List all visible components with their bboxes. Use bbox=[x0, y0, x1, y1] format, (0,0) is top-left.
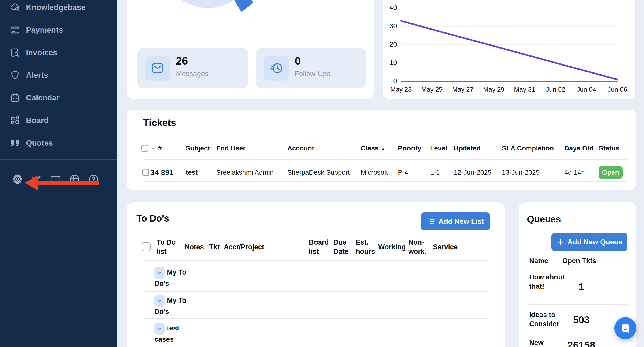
col-header-end-user[interactable]: End User bbox=[216, 144, 246, 152]
chat-bubble-icon bbox=[619, 322, 632, 335]
y-axis-tick: 40 bbox=[381, 4, 397, 11]
y-axis-tick: 20 bbox=[381, 40, 397, 48]
select-menu-chevron-icon[interactable] bbox=[150, 145, 156, 151]
ticket-class: Microsoft bbox=[361, 169, 388, 176]
col-header-number[interactable]: # bbox=[158, 144, 162, 152]
col-header-days-old[interactable]: Days Old bbox=[564, 144, 594, 152]
x-axis-tick: May 29 bbox=[476, 86, 512, 93]
sidebar-item-label: Quotes bbox=[26, 138, 53, 147]
x-axis-tick: May 27 bbox=[445, 86, 481, 93]
messages-label: Messages bbox=[176, 69, 208, 78]
board-icon bbox=[10, 115, 20, 125]
col-header-due-date[interactable]: Due Date bbox=[334, 238, 354, 256]
col-header-class[interactable]: Class▲ bbox=[361, 144, 385, 152]
ticket-subject[interactable]: test bbox=[186, 169, 198, 176]
sidebar: Knowledgebase Payments Invoices bbox=[0, 0, 116, 347]
todos-title: To Do's bbox=[136, 213, 169, 224]
sidebar-item-label: Payments bbox=[26, 25, 63, 34]
header-separator bbox=[143, 261, 488, 261]
col-header-tkt[interactable]: Tkt bbox=[209, 242, 220, 252]
col-header-working[interactable]: Working bbox=[378, 242, 406, 252]
expand-chevron-icon[interactable] bbox=[154, 295, 165, 307]
col-header-todo-list[interactable]: To Do list bbox=[157, 238, 184, 256]
x-axis-tick: Jun 02 bbox=[538, 86, 574, 93]
chat-launcher-button[interactable] bbox=[614, 317, 636, 339]
status-badge: Open bbox=[598, 166, 622, 179]
row-separator bbox=[527, 333, 627, 333]
col-header-account[interactable]: Account bbox=[287, 144, 314, 152]
sidebar-item-label: Calendar bbox=[26, 93, 60, 102]
followups-stat-chip[interactable]: 0 Follow-Ups bbox=[256, 48, 366, 88]
add-new-list-button[interactable]: Add New List bbox=[421, 212, 490, 230]
ticket-number[interactable]: 34 891 bbox=[150, 168, 174, 177]
todo-row-name: My To Do's bbox=[154, 295, 188, 316]
sidebar-nav: Knowledgebase Payments Invoices bbox=[0, 0, 116, 154]
sidebar-item-alerts[interactable]: Alerts bbox=[0, 64, 116, 86]
add-new-queue-button[interactable]: Add New Queue bbox=[551, 233, 628, 251]
x-axis-tick: May 31 bbox=[507, 86, 543, 93]
ticket-updated: 12-Jun-2025 bbox=[454, 169, 492, 176]
row-separator bbox=[527, 304, 627, 305]
ticket-level: L-1 bbox=[430, 169, 440, 176]
x-axis-tick: May 23 bbox=[383, 86, 419, 93]
annotation-arrow-icon bbox=[24, 176, 38, 190]
col-header-priority[interactable]: Priority bbox=[398, 144, 421, 152]
followups-label: Follow-Ups bbox=[295, 69, 330, 78]
sidebar-divider bbox=[0, 159, 116, 160]
sidebar-item-calendar[interactable]: Calendar bbox=[0, 86, 116, 109]
header-separator bbox=[143, 159, 626, 160]
list-icon bbox=[427, 217, 436, 226]
col-header-subject[interactable]: Subject bbox=[186, 144, 210, 152]
annotation-arrow-tail bbox=[37, 181, 99, 185]
ticket-sla: 13-Jun-2025 bbox=[502, 169, 540, 176]
y-axis-tick: 10 bbox=[381, 59, 397, 66]
payments-icon bbox=[10, 25, 20, 35]
messages-stat-chip[interactable]: 26 Messages bbox=[138, 48, 248, 88]
sidebar-item-label: Alerts bbox=[26, 71, 48, 80]
expand-chevron-icon[interactable] bbox=[154, 267, 165, 279]
row-separator bbox=[143, 318, 488, 319]
sidebar-item-quotes[interactable]: Quotes bbox=[0, 131, 116, 154]
calendar-icon bbox=[10, 93, 20, 103]
x-axis-tick: Jun 04 bbox=[568, 86, 604, 93]
overview-card: 26 Messages 0 Follow-Ups bbox=[127, 0, 374, 99]
queue-open-tickets: 26158 bbox=[559, 340, 604, 347]
col-header-board-list[interactable]: Board list bbox=[309, 238, 331, 256]
col-header-updated[interactable]: Updated bbox=[454, 144, 481, 152]
tickets-title: Tickets bbox=[143, 117, 176, 128]
sidebar-item-label: Invoices bbox=[26, 48, 57, 57]
col-header-service[interactable]: Service bbox=[433, 242, 458, 252]
expand-chevron-icon[interactable] bbox=[154, 323, 165, 335]
sidebar-item-label: Knowledgebase bbox=[26, 3, 86, 12]
todos-select-all-checkbox[interactable] bbox=[142, 242, 150, 251]
tickets-card: Tickets # Subject End User Account Class… bbox=[127, 110, 636, 190]
ticket-row-checkbox[interactable] bbox=[142, 169, 149, 176]
sidebar-item-invoices[interactable]: Invoices bbox=[0, 41, 116, 64]
col-header-est-hours[interactable]: Est. hours bbox=[356, 238, 376, 256]
x-axis-tick: May 25 bbox=[414, 86, 450, 93]
line-chart-card: 010203040May 23May 25May 27May 29May 31J… bbox=[383, 0, 636, 99]
sort-asc-icon: ▲ bbox=[381, 146, 385, 151]
settings-gear-icon[interactable] bbox=[12, 173, 23, 185]
col-header-sla[interactable]: SLA Completion bbox=[502, 144, 554, 152]
col-header-open-tkts[interactable]: Open Tkts bbox=[562, 257, 596, 265]
ticket-end-user: Sreelakshmi Admin bbox=[216, 169, 274, 176]
header-separator bbox=[527, 269, 627, 269]
y-axis-tick: 0 bbox=[381, 77, 397, 85]
y-axis-tick: 30 bbox=[381, 22, 397, 30]
col-header-acct-project[interactable]: Acct/Project bbox=[224, 242, 264, 252]
plus-icon bbox=[556, 238, 564, 246]
sidebar-item-board[interactable]: Board bbox=[0, 109, 116, 131]
col-header-non-work[interactable]: Non-work. bbox=[408, 238, 431, 256]
col-header-status[interactable]: Status bbox=[599, 144, 620, 152]
col-header-level[interactable]: Level bbox=[430, 144, 447, 152]
invoices-icon bbox=[10, 47, 20, 58]
sidebar-item-knowledgebase[interactable]: Knowledgebase bbox=[0, 0, 116, 18]
select-all-checkbox[interactable] bbox=[142, 145, 148, 152]
col-header-notes[interactable]: Notes bbox=[184, 242, 204, 252]
sidebar-item-payments[interactable]: Payments bbox=[0, 18, 116, 41]
queues-title: Queues bbox=[527, 214, 561, 225]
col-header-name[interactable]: Name bbox=[529, 257, 548, 265]
todo-row-name: test cases bbox=[154, 323, 188, 344]
queue-open-tickets: 1 bbox=[559, 281, 604, 293]
